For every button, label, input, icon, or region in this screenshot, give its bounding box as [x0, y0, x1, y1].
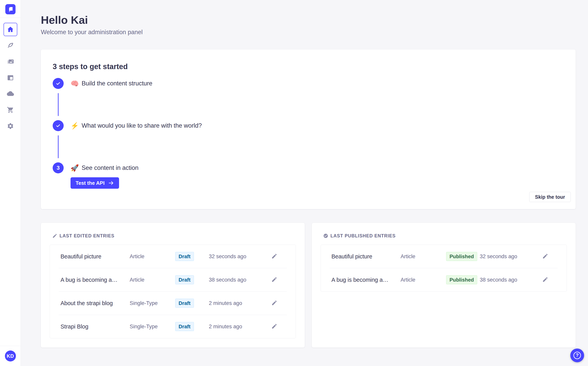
media-library-icon: [7, 58, 14, 65]
entry-type: Article: [130, 253, 175, 259]
home-icon: [7, 26, 14, 33]
help-icon: ?: [573, 352, 581, 359]
pencil-icon: [271, 253, 277, 259]
sidebar-item-cloud[interactable]: [4, 87, 17, 100]
strapi-logo-icon: [5, 4, 15, 14]
layout-icon: [7, 74, 14, 81]
last-published-widget: LAST PUBLISHED ENTRIES Beautiful picture…: [312, 223, 576, 348]
step-done-circle: [53, 120, 64, 131]
sidebar-nav: [4, 23, 17, 133]
step-label: ⚡ What would you like to share with the …: [70, 120, 202, 131]
sidebar-item-marketplace[interactable]: [4, 103, 17, 117]
edit-entry-button[interactable]: [270, 323, 278, 330]
entry-time: 32 seconds ago: [209, 253, 270, 259]
feather-icon: [7, 42, 14, 49]
entry-type: Article: [401, 253, 446, 259]
widgets-row: LAST EDITED ENTRIES Beautiful picture Ar…: [41, 223, 576, 348]
pencil-icon: [542, 276, 548, 282]
help-button[interactable]: ?: [570, 349, 584, 362]
entry-type: Single-Type: [130, 300, 175, 306]
entry-type: Article: [401, 277, 446, 283]
table-row: Beautiful picture Article Draft 32 secon…: [50, 245, 296, 268]
entry-title: Beautiful picture: [332, 253, 401, 260]
pencil-icon: [271, 300, 277, 306]
widget-title: LAST EDITED ENTRIES: [60, 233, 115, 239]
entry-type: Single-Type: [130, 324, 175, 330]
table-row: About the strapi blog Single-Type Draft …: [50, 292, 296, 315]
sidebar-item-content-type-builder[interactable]: [4, 71, 17, 84]
onboarding-steps: 🧠 Build the content structure: [53, 78, 564, 189]
last-published-table: Beautiful picture Article Published 32 s…: [321, 245, 567, 292]
table-row: A bug is becoming a… Article Published 3…: [321, 268, 567, 291]
edit-entry-button[interactable]: [541, 252, 549, 260]
onboarding-title: 3 steps to get started: [53, 62, 564, 71]
check-icon: [56, 123, 61, 128]
status-badge: Draft: [175, 299, 194, 308]
last-published-header: LAST PUBLISHED ENTRIES: [323, 233, 567, 239]
entry-time: 32 seconds ago: [480, 253, 541, 259]
edit-entry-button[interactable]: [270, 252, 278, 260]
table-row: Beautiful picture Article Published 32 s…: [321, 245, 567, 268]
edit-entry-button[interactable]: [270, 276, 278, 284]
table-row: A bug is becoming a… Article Draft 38 se…: [50, 268, 296, 291]
pencil-icon: [52, 233, 57, 238]
entry-time: 2 minutes ago: [209, 324, 270, 330]
edit-entry-button[interactable]: [541, 276, 549, 284]
entry-title: Strapi Blog: [61, 323, 130, 330]
page-subtitle: Welcome to your administration panel: [41, 29, 588, 36]
step-connector: [58, 135, 59, 158]
brain-emoji-icon: 🧠: [70, 80, 79, 87]
table-row: Strapi Blog Single-Type Draft 2 minutes …: [50, 315, 296, 338]
onboarding-step-3: 3 🚀 See content in action Test the API: [53, 162, 564, 189]
arrow-right-icon: [108, 180, 114, 186]
user-avatar[interactable]: KD: [5, 351, 16, 361]
sidebar-item-media-library[interactable]: [4, 55, 17, 68]
sidebar-footer: KD: [0, 346, 21, 366]
check-icon: [56, 81, 61, 86]
test-api-button[interactable]: Test the API: [70, 177, 119, 189]
pencil-icon: [542, 253, 548, 259]
sidebar-item-content-manager[interactable]: [4, 39, 17, 52]
cloud-icon: [7, 90, 14, 97]
entry-title: About the strapi blog: [61, 300, 130, 306]
status-badge: Draft: [175, 275, 194, 284]
onboarding-step-2: ⚡ What would you like to share with the …: [53, 120, 564, 162]
widget-title: LAST PUBLISHED ENTRIES: [330, 233, 396, 239]
last-edited-table: Beautiful picture Article Draft 32 secon…: [50, 245, 296, 338]
cart-icon: [7, 107, 14, 114]
pencil-icon: [271, 323, 277, 329]
skip-tour-button[interactable]: Skip the tour: [529, 192, 571, 202]
step-label: 🧠 Build the content structure: [70, 78, 153, 89]
entry-type: Article: [130, 277, 175, 283]
sidebar-divider: [0, 346, 21, 346]
pencil-icon: [271, 276, 277, 282]
strapi-admin-app: KD Hello Kai Welcome to your administrat…: [0, 0, 588, 366]
sidebar-item-home[interactable]: [4, 23, 17, 36]
gear-icon: [7, 122, 14, 130]
entry-title: Beautiful picture: [61, 253, 130, 260]
status-badge: Draft: [175, 252, 194, 261]
onboarding-step-1: 🧠 Build the content structure: [53, 78, 564, 120]
step-connector: [58, 93, 59, 116]
onboarding-card: 3 steps to get started 🧠 Build the conte…: [41, 49, 576, 209]
step-label: 🚀 See content in action: [70, 162, 139, 173]
sidebar-divider: [0, 18, 21, 18]
main-content: Hello Kai Welcome to your administration…: [21, 0, 588, 366]
status-badge: Published: [446, 275, 477, 284]
last-edited-header: LAST EDITED ENTRIES: [52, 233, 296, 239]
entry-time: 2 minutes ago: [209, 300, 270, 306]
check-circle-icon: [323, 233, 328, 238]
entry-time: 38 seconds ago: [209, 277, 270, 283]
sidebar: KD: [0, 0, 21, 366]
strapi-logo: [5, 4, 15, 14]
last-edited-widget: LAST EDITED ENTRIES Beautiful picture Ar…: [41, 223, 305, 348]
step-number-circle: 3: [53, 162, 64, 173]
edit-entry-button[interactable]: [270, 299, 278, 307]
status-badge: Draft: [175, 322, 194, 331]
lightning-emoji-icon: ⚡: [70, 122, 79, 129]
status-badge: Published: [446, 252, 477, 261]
sidebar-item-settings[interactable]: [4, 119, 17, 133]
entry-title: A bug is becoming a…: [332, 277, 401, 283]
entry-title: A bug is becoming a…: [61, 277, 130, 283]
entry-time: 38 seconds ago: [480, 277, 541, 283]
